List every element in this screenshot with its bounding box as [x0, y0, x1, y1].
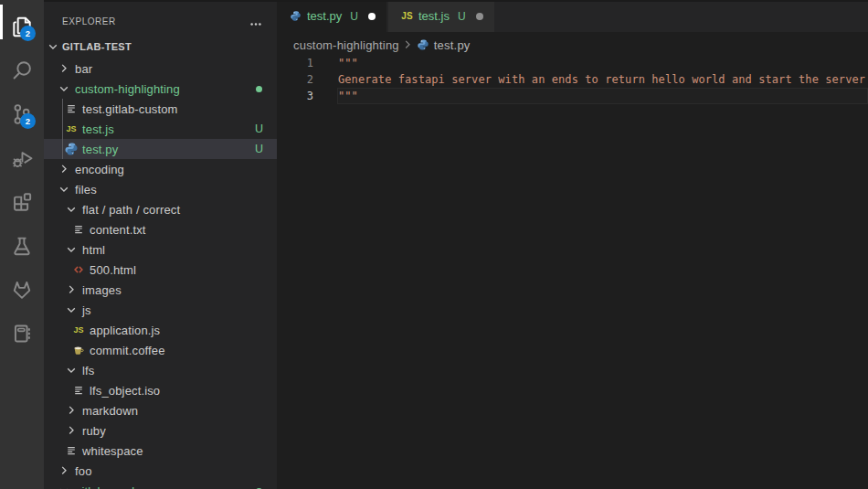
- tree-item-files[interactable]: files: [44, 179, 277, 199]
- tree-item-content-txt[interactable]: content.txt: [44, 219, 277, 239]
- tab-test-js[interactable]: JStest.jsU: [388, 0, 494, 32]
- code-text: """: [338, 88, 358, 104]
- tree-item-commit-coffee[interactable]: commit.coffee: [44, 340, 277, 360]
- activity-items: 22: [0, 5, 44, 356]
- chevron-down-icon: [57, 484, 71, 489]
- tree-item-label: application.js: [90, 324, 160, 337]
- tree-item-lfs[interactable]: lfs: [44, 360, 277, 380]
- tab-modified-dot[interactable]: [476, 13, 483, 20]
- chevron-right-icon: [57, 463, 71, 478]
- activity-item-explorer[interactable]: 2: [0, 5, 44, 48]
- active-indicator: [0, 5, 3, 39]
- tab-label: test.js: [418, 9, 450, 23]
- file-python: [64, 142, 79, 156]
- chevron-down-icon: [46, 39, 60, 54]
- file-js: JS: [71, 323, 86, 337]
- tree-item-label: test.gitlab-custom: [82, 102, 178, 116]
- tree-item-foo[interactable]: foo: [44, 461, 277, 481]
- file-js: JS: [401, 10, 413, 22]
- chevron-down-icon: [64, 202, 79, 217]
- tree-item-label: gitlab-grack: [75, 484, 138, 489]
- tree-item-label: 500.html: [90, 263, 136, 277]
- tree-item-label: lfs: [82, 364, 94, 377]
- code-line-1[interactable]: 1""": [277, 55, 868, 71]
- breadcrumb-file[interactable]: test.py: [434, 38, 471, 52]
- tree-item-label: images: [82, 283, 122, 297]
- code-line-2[interactable]: 2Generate fastapi server with an ends to…: [277, 71, 868, 88]
- tree-item-whitespace[interactable]: whitespace: [44, 441, 277, 461]
- tree-item-label: test.py: [82, 143, 118, 156]
- tree-item-js[interactable]: js: [44, 300, 277, 320]
- tree-item-test-py[interactable]: test.pyU: [44, 139, 277, 159]
- chevron-down-icon: [64, 363, 79, 377]
- tree-item-label: encoding: [75, 163, 124, 176]
- activity-item-search[interactable]: [0, 48, 44, 92]
- file-text: [71, 222, 86, 237]
- tree-item-gitlab-grack[interactable]: gitlab-grack: [44, 481, 277, 489]
- tab-modified-dot[interactable]: [368, 13, 376, 20]
- sidebar-title: EXPLORER: [62, 16, 116, 27]
- extensions-icon: [11, 191, 33, 213]
- tab-git-badge: U: [350, 10, 358, 23]
- line-number: 1: [277, 55, 313, 71]
- tree-item-test-js[interactable]: JStest.jsU: [44, 119, 277, 139]
- activity-item-gitlab[interactable]: [0, 268, 44, 312]
- tree-item-test-gitlab-custom[interactable]: test.gitlab-custom: [44, 99, 277, 119]
- git-untracked-badge: U: [255, 143, 263, 155]
- activity-bar: 22: [0, 0, 44, 489]
- tree-item-lfs-object-iso[interactable]: lfs_object.iso: [44, 380, 277, 400]
- tab-test-py[interactable]: test.pyU: [277, 0, 386, 32]
- tree-item-images[interactable]: images: [44, 280, 277, 300]
- code-text: Generate fastapi server with an ends to …: [338, 71, 865, 88]
- tree-item-label: ruby: [82, 424, 106, 438]
- tree-item-label: content.txt: [90, 223, 146, 237]
- tree-item-ruby[interactable]: ruby: [44, 420, 277, 441]
- chevron-right-icon: [57, 162, 71, 176]
- tree-item-flat-path-correct[interactable]: flat / path / correct: [44, 199, 277, 219]
- beaker-icon: [11, 235, 33, 257]
- activity-item-source-control[interactable]: 2: [0, 92, 44, 136]
- breadcrumb: custom-highlightingtest.py: [277, 32, 868, 55]
- activity-item-run-debug[interactable]: [0, 136, 44, 180]
- tree-item-label: custom-highlighting: [75, 82, 180, 96]
- activity-badge: 2: [20, 26, 36, 41]
- editor-group: test.pyUJStest.jsU custom-highlightingte…: [277, 0, 868, 489]
- more-actions-icon[interactable]: [249, 16, 263, 31]
- tree-item-label: GITLAB-TEST: [62, 41, 132, 52]
- tree-item-label: commit.coffee: [90, 344, 165, 357]
- tree-item-label: bar: [75, 62, 92, 76]
- tree-item-500-html[interactable]: 500.html: [44, 260, 277, 280]
- tree-item-custom-highlighting[interactable]: custom-highlighting: [44, 79, 277, 99]
- file-text: [64, 101, 79, 116]
- tree-item-encoding[interactable]: encoding: [44, 159, 277, 179]
- code-area[interactable]: 1"""2Generate fastapi server with an end…: [277, 55, 868, 489]
- tree-item-html[interactable]: html: [44, 239, 277, 260]
- file-coffee: [71, 343, 86, 357]
- tab-git-badge: U: [458, 10, 466, 23]
- code-line-3[interactable]: 3""": [277, 88, 868, 104]
- debug-icon: [11, 147, 33, 169]
- line-number: 3: [277, 88, 313, 104]
- tree-item-label: html: [82, 243, 105, 257]
- activity-item-notebook[interactable]: [0, 312, 44, 356]
- file-html: [71, 262, 86, 277]
- tree-root-gitlab-test[interactable]: GITLAB-TEST: [44, 37, 277, 57]
- tree-item-bar[interactable]: bar: [44, 58, 277, 79]
- chevron-right-icon: [400, 37, 415, 52]
- activity-item-testing[interactable]: [0, 224, 44, 268]
- line-number: 2: [277, 71, 313, 88]
- code-lines: 1"""2Generate fastapi server with an end…: [277, 55, 868, 104]
- tree-item-label: markdown: [82, 404, 138, 418]
- tree-item-label: js: [82, 303, 91, 317]
- chevron-down-icon: [64, 242, 79, 257]
- tree-item-label: flat / path / correct: [82, 203, 180, 217]
- tree-item-label: files: [75, 183, 97, 197]
- activity-item-extensions[interactable]: [0, 180, 44, 224]
- notebook-icon: [11, 323, 33, 345]
- tree-item-application-js[interactable]: JSapplication.js: [44, 320, 277, 340]
- tree-item-label: test.js: [82, 122, 114, 136]
- chevron-down-icon: [64, 303, 79, 317]
- breadcrumb-folder[interactable]: custom-highlighting: [293, 38, 399, 52]
- file-text: [71, 383, 86, 398]
- tree-item-markdown[interactable]: markdown: [44, 400, 277, 420]
